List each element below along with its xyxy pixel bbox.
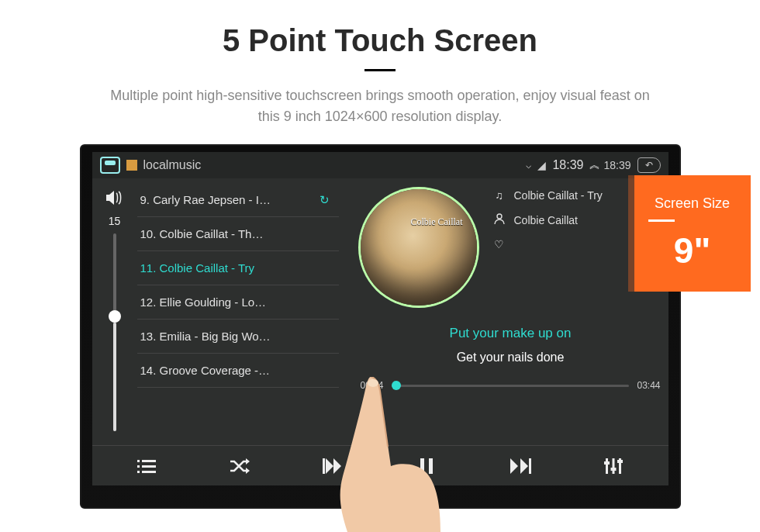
album-art-text: Colbie Caillat bbox=[411, 216, 463, 228]
svg-rect-4 bbox=[142, 465, 156, 468]
playlist-item[interactable]: 14. Groove Coverage -… bbox=[137, 354, 339, 388]
player-controls bbox=[92, 445, 668, 485]
title-underline bbox=[364, 69, 396, 71]
wifi-icon: ◢ bbox=[537, 159, 546, 171]
repeat-icon[interactable]: ↻ bbox=[320, 193, 330, 207]
time-elapsed: 00:04 bbox=[361, 380, 384, 391]
page-subtitle: Multiple point high-sensitive touchscree… bbox=[0, 85, 760, 127]
playlist-item-label: 14. Groove Coverage -… bbox=[140, 364, 271, 377]
svg-rect-14 bbox=[604, 461, 610, 465]
svg-rect-3 bbox=[137, 465, 140, 468]
playlist-item-label: 11. Colbie Caillat - Try bbox=[140, 261, 255, 275]
svg-rect-9 bbox=[429, 458, 433, 474]
device-screen: localmusic ⌵ ◢ 18:39 ︽ 18:39 ↶ 15 bbox=[92, 152, 668, 485]
bluetooth-icon: ⌵ bbox=[526, 160, 531, 171]
app-icon bbox=[126, 160, 137, 171]
svg-rect-2 bbox=[142, 460, 156, 462]
playlist: 9. Carly Rae Jepsen - I… ↻ 10. Colbie Ca… bbox=[137, 178, 339, 445]
progress-bar[interactable] bbox=[392, 385, 630, 387]
clock-secondary: 18:39 bbox=[603, 159, 630, 171]
home-icon[interactable] bbox=[100, 157, 120, 174]
badge-value: 9" bbox=[674, 230, 710, 271]
svg-rect-1 bbox=[137, 460, 140, 462]
svg-rect-7 bbox=[323, 458, 325, 474]
lyrics: Put your make up on Get your nails done bbox=[361, 326, 661, 364]
playlist-item-active[interactable]: 11. Colbie Caillat - Try bbox=[137, 251, 339, 285]
subtitle-line-2: this 9 inch 1024×600 resolution display. bbox=[258, 109, 502, 124]
playlist-item-label: 13. Emilia - Big Big Wo… bbox=[140, 330, 271, 343]
previous-button[interactable] bbox=[323, 457, 344, 475]
svg-rect-5 bbox=[137, 471, 140, 473]
svg-rect-16 bbox=[617, 460, 623, 463]
volume-level: 15 bbox=[109, 215, 121, 227]
svg-rect-6 bbox=[142, 471, 156, 473]
progress-row: 00:04 03:44 bbox=[361, 380, 661, 391]
album-art: Colbie Caillat bbox=[361, 189, 477, 306]
now-playing-panel: Colbie Caillat ♫ Colbie Caillat - Try Co… bbox=[339, 178, 668, 445]
playlist-item[interactable]: 13. Emilia - Big Big Wo… bbox=[137, 320, 339, 354]
svg-rect-11 bbox=[606, 458, 608, 474]
lyric-next: Get your nails done bbox=[361, 351, 661, 364]
svg-rect-10 bbox=[529, 458, 531, 474]
app-title: localmusic bbox=[143, 158, 202, 172]
badge-divider bbox=[648, 219, 675, 222]
next-button[interactable] bbox=[510, 457, 531, 475]
main-area: 15 9. Carly Rae Jepsen - I… ↻ 10. Colbie… bbox=[92, 178, 668, 445]
volume-slider[interactable] bbox=[113, 233, 116, 431]
playlist-item[interactable]: 9. Carly Rae Jepsen - I… ↻ bbox=[137, 183, 339, 217]
queue-button[interactable] bbox=[136, 457, 157, 475]
volume-panel: 15 bbox=[92, 178, 137, 445]
artist-icon bbox=[492, 212, 506, 227]
playlist-item-label: 9. Carly Rae Jepsen - I… bbox=[140, 193, 271, 206]
svg-rect-8 bbox=[420, 458, 424, 474]
artist-name: Colbie Caillat bbox=[514, 214, 578, 226]
status-bar: localmusic ⌵ ◢ 18:39 ︽ 18:39 ↶ bbox=[92, 152, 668, 178]
time-total: 03:44 bbox=[637, 380, 660, 391]
volume-icon[interactable] bbox=[106, 191, 123, 209]
playlist-item[interactable]: 10. Colbie Caillat - Th… bbox=[137, 217, 339, 251]
device-mockup: localmusic ⌵ ◢ 18:39 ︽ 18:39 ↶ 15 bbox=[80, 144, 681, 509]
playlist-item[interactable]: 12. Ellie Goulding - Lo… bbox=[137, 285, 339, 320]
clock-primary: 18:39 bbox=[552, 158, 583, 172]
volume-fill bbox=[113, 323, 116, 431]
subtitle-line-1: Multiple point high-sensitive touchscree… bbox=[110, 88, 649, 103]
svg-rect-15 bbox=[611, 468, 617, 471]
music-note-icon: ♫ bbox=[492, 189, 506, 202]
playlist-item-label: 12. Ellie Goulding - Lo… bbox=[140, 295, 267, 309]
screen-size-badge: Screen Size 9" bbox=[634, 175, 751, 292]
chevron-up-icon[interactable]: ︽ bbox=[589, 158, 597, 172]
svg-point-0 bbox=[497, 214, 502, 219]
svg-rect-12 bbox=[613, 458, 615, 474]
heart-icon[interactable]: ♡ bbox=[492, 238, 506, 250]
playlist-item-label: 10. Colbie Caillat - Th… bbox=[140, 227, 264, 240]
song-title: Colbie Caillat - Try bbox=[514, 189, 603, 202]
page-title: 5 Point Touch Screen bbox=[0, 23, 760, 58]
back-button[interactable]: ↶ bbox=[637, 157, 661, 173]
pause-button[interactable] bbox=[416, 457, 437, 475]
volume-thumb[interactable] bbox=[109, 310, 121, 323]
equalizer-button[interactable] bbox=[603, 457, 624, 475]
shuffle-button[interactable] bbox=[229, 457, 250, 475]
badge-title: Screen Size bbox=[655, 195, 730, 212]
lyric-current: Put your make up on bbox=[361, 326, 661, 341]
progress-thumb[interactable] bbox=[392, 381, 401, 390]
